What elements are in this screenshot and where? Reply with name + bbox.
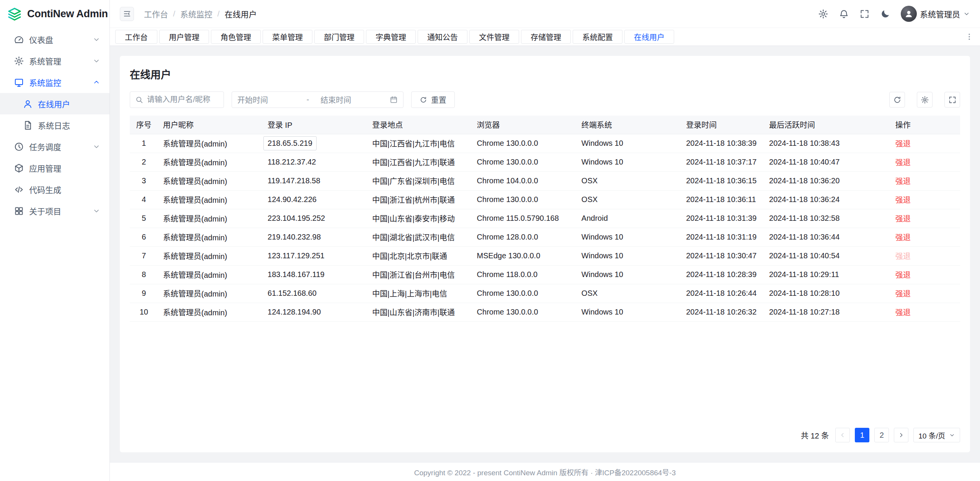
moon-icon[interactable] — [880, 9, 890, 19]
force-logout-link[interactable]: 强退 — [895, 271, 911, 279]
previous-page-button[interactable] — [835, 428, 850, 442]
table-row: 3系统管理员(admin)119.147.218.58中国|广东省|深圳市|电信… — [130, 171, 960, 190]
table-row: 4系统管理员(admin)124.90.42.226中国|浙江省|杭州市|联通C… — [130, 190, 960, 209]
sidebar-item-system-log[interactable]: 系统日志 — [0, 114, 109, 136]
fullscreen-icon — [948, 96, 957, 104]
tab-用户管理[interactable]: 用户管理 — [159, 30, 209, 44]
sidebar: ContiNew Admin 仪表盘 系统管理 系统监控 在线用户 — [0, 0, 110, 481]
sidebar-collapse-button[interactable] — [120, 7, 134, 21]
cell-ip: 123.117.129.251 — [263, 246, 367, 265]
column-header: 浏览器 — [472, 116, 577, 134]
cell-action: 强退 — [890, 303, 960, 321]
tab-角色管理[interactable]: 角色管理 — [211, 30, 261, 44]
tab-字典管理[interactable]: 字典管理 — [366, 30, 416, 44]
table-settings-button[interactable] — [917, 92, 933, 108]
more-vertical-icon — [965, 33, 973, 41]
cell-index: 5 — [130, 209, 158, 228]
date-range-picker[interactable]: 开始时间 - 结束时间 — [232, 91, 403, 108]
page-size-select[interactable]: 10 条/页 — [913, 428, 960, 442]
reset-button[interactable]: 重置 — [411, 91, 455, 108]
table-body: 1系统管理员(admin)218.65.5.219中国|江西省|九江市|电信Ch… — [130, 134, 960, 321]
force-logout-link[interactable]: 强退 — [895, 308, 911, 317]
tab-在线用户[interactable]: 在线用户 — [624, 30, 674, 44]
search-input[interactable] — [147, 95, 219, 104]
cell-nickname: 系统管理员(admin) — [158, 153, 263, 171]
tab-工作台[interactable]: 工作台 — [115, 30, 157, 44]
user-menu[interactable]: 系统管理员 — [901, 6, 970, 22]
breadcrumb-item[interactable]: 工作台 — [144, 8, 168, 20]
focused-cell-outline: 218.65.5.219 — [263, 136, 317, 150]
cell-index: 8 — [130, 265, 158, 284]
app-title: ContiNew Admin — [27, 8, 108, 20]
settings-gear-icon[interactable] — [818, 9, 828, 19]
next-page-button[interactable] — [894, 428, 908, 442]
cell-ip: 219.140.232.98 — [263, 228, 367, 246]
sidebar-item-label: 在线用户 — [38, 98, 100, 109]
reset-button-label: 重置 — [431, 94, 446, 105]
copyright-text: Copyright © 2022 - present ContiNew Admi… — [414, 467, 676, 477]
sidebar-item-dashboard[interactable]: 仪表盘 — [0, 29, 109, 50]
cell-nickname: 系统管理员(admin) — [158, 171, 263, 190]
sidebar-item-system-management[interactable]: 系统管理 — [0, 50, 109, 72]
page-button-1[interactable]: 1 — [855, 428, 869, 442]
cell-index: 3 — [130, 171, 158, 190]
top-bar: 工作台 / 系统监控 / 在线用户 系统管理员 — [110, 0, 980, 28]
refresh-icon — [893, 96, 902, 104]
page-numbers: 12 — [855, 428, 889, 442]
breadcrumb-item[interactable]: 系统监控 — [180, 8, 212, 20]
sidebar-item-label: 代码生成 — [29, 184, 100, 195]
force-logout-link[interactable]: 强退 — [895, 215, 911, 223]
cell-nickname: 系统管理员(admin) — [158, 246, 263, 265]
cell-ip: 61.152.168.60 — [263, 284, 367, 303]
sidebar-item-about-project[interactable]: 关于项目 — [0, 200, 109, 222]
sidebar-item-label: 任务调度 — [29, 141, 88, 152]
log-file-icon — [23, 120, 33, 130]
force-logout-link[interactable]: 强退 — [895, 252, 911, 261]
force-logout-link[interactable]: 强退 — [895, 140, 911, 148]
sidebar-item-system-monitor[interactable]: 系统监控 — [0, 72, 109, 93]
cell-action: 强退 — [890, 284, 960, 303]
sidebar-item-online-users[interactable]: 在线用户 — [0, 93, 109, 114]
force-logout-link[interactable]: 强退 — [895, 158, 911, 167]
sidebar-item-app-management[interactable]: 应用管理 — [0, 157, 109, 179]
cell-browser: Chrome 130.0.0.0 — [472, 303, 577, 321]
tab-系统配置[interactable]: 系统配置 — [573, 30, 622, 44]
cell-index: 9 — [130, 284, 158, 303]
sidebar-item-code-generation[interactable]: 代码生成 — [0, 179, 109, 200]
date-end-placeholder: 结束时间 — [320, 94, 386, 105]
force-logout-link[interactable]: 强退 — [895, 177, 911, 186]
table-row: 7系统管理员(admin)123.117.129.251中国|北京|北京市|联通… — [130, 246, 960, 265]
tab-bar: 工作台用户管理角色管理菜单管理部门管理字典管理通知公告文件管理存储管理系统配置在… — [110, 28, 980, 46]
table-refresh-button[interactable] — [889, 92, 905, 108]
cell-nickname: 系统管理员(admin) — [158, 190, 263, 209]
cell-browser: Chrome 130.0.0.0 — [472, 190, 577, 209]
force-logout-link[interactable]: 强退 — [895, 196, 911, 204]
tab-菜单管理[interactable]: 菜单管理 — [263, 30, 312, 44]
chevron-down-icon — [93, 207, 100, 215]
cell-os: Android — [577, 209, 681, 228]
force-logout-link[interactable]: 强退 — [895, 233, 911, 242]
cell-action: 强退 — [890, 265, 960, 284]
tab-存储管理[interactable]: 存储管理 — [521, 30, 571, 44]
page-title: 在线用户 — [130, 67, 960, 82]
sidebar-item-label: 系统日志 — [38, 119, 100, 131]
breadcrumb-separator: / — [217, 9, 220, 18]
table-fullscreen-button[interactable] — [944, 92, 960, 108]
chevron-up-icon — [93, 78, 100, 86]
tab-部门管理[interactable]: 部门管理 — [314, 30, 364, 44]
sidebar-item-task-schedule[interactable]: 任务调度 — [0, 136, 109, 157]
tab-通知公告[interactable]: 通知公告 — [418, 30, 467, 44]
force-logout-link[interactable]: 强退 — [895, 290, 911, 298]
cell-login-time: 2024-11-18 10:36:11 — [681, 190, 764, 209]
tab-文件管理[interactable]: 文件管理 — [469, 30, 519, 44]
cell-nickname: 系统管理员(admin) — [158, 209, 263, 228]
column-header: 操作 — [890, 116, 960, 134]
cell-action: 强退 — [890, 228, 960, 246]
column-header: 登录 IP — [263, 116, 367, 134]
cell-os: Windows 10 — [577, 303, 681, 321]
page-button-2[interactable]: 2 — [874, 428, 889, 442]
cell-browser: Chrome 130.0.0.0 — [472, 284, 577, 303]
tab-actions-button[interactable] — [964, 31, 975, 42]
fullscreen-icon[interactable] — [859, 9, 870, 19]
bell-icon[interactable] — [839, 9, 849, 19]
